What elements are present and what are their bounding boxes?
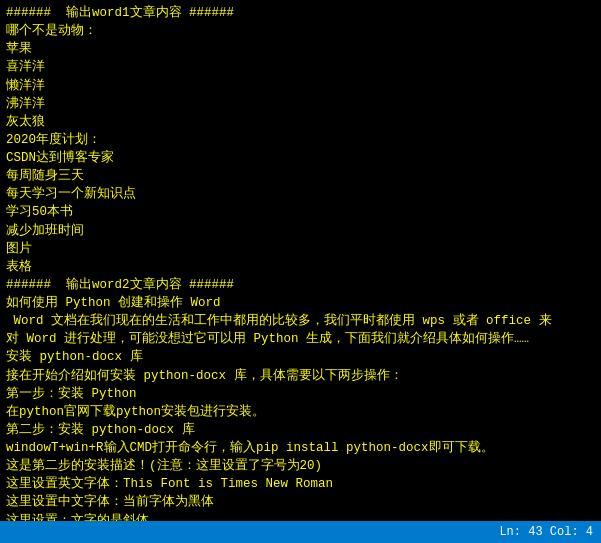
terminal-line: 表格 xyxy=(6,258,595,276)
terminal-line: 灰太狼 xyxy=(6,113,595,131)
terminal-line: ###### 输出word1文章内容 ###### xyxy=(6,4,595,22)
terminal-line: Word 文档在我们现在的生活和工作中都用的比较多，我们平时都使用 wps 或者… xyxy=(6,312,595,330)
terminal-line: ###### 输出word2文章内容 ###### xyxy=(6,276,595,294)
cursor-position: Ln: 43 Col: 4 xyxy=(499,525,593,539)
terminal-line: 懒洋洋 xyxy=(6,77,595,95)
terminal-line: 这里设置：文字的是斜体 xyxy=(6,512,595,522)
terminal-line: 对 Word 进行处理，可能没想过它可以用 Python 生成，下面我们就介绍具… xyxy=(6,330,595,348)
terminal-line: 喜洋洋 xyxy=(6,58,595,76)
terminal-line: 学习50本书 xyxy=(6,203,595,221)
terminal-line: windowT+win+R输入CMD打开命令行，输入pip install py… xyxy=(6,439,595,457)
terminal-line: 每周随身三天 xyxy=(6,167,595,185)
terminal-line: 每天学习一个新知识点 xyxy=(6,185,595,203)
terminal-line: 减少加班时间 xyxy=(6,222,595,240)
terminal-line: 哪个不是动物： xyxy=(6,22,595,40)
terminal-line: 2020年度计划： xyxy=(6,131,595,149)
terminal-line: 图片 xyxy=(6,240,595,258)
terminal-line: 如何使用 Python 创建和操作 Word xyxy=(6,294,595,312)
terminal-line: 第一步：安装 Python xyxy=(6,385,595,403)
terminal-line: 安装 python-docx 库 xyxy=(6,348,595,366)
terminal-line: 沸洋洋 xyxy=(6,95,595,113)
terminal-line: 第二步：安装 python-docx 库 xyxy=(6,421,595,439)
terminal-line: 这里设置英文字体：This Font is Times New Roman xyxy=(6,475,595,493)
terminal-line: 在python官网下载python安装包进行安装。 xyxy=(6,403,595,421)
terminal-line: 苹果 xyxy=(6,40,595,58)
terminal-output: ###### 输出word1文章内容 ######哪个不是动物：苹果喜洋洋懒洋洋… xyxy=(0,0,601,521)
terminal-line: 接在开始介绍如何安装 python-docx 库，具体需要以下两步操作： xyxy=(6,367,595,385)
status-bar: Ln: 43 Col: 4 xyxy=(0,521,601,543)
terminal-line: 这里设置中文字体：当前字体为黑体 xyxy=(6,493,595,511)
terminal-line: 这是第二步的安装描述！(注意：这里设置了字号为20) xyxy=(6,457,595,475)
terminal-line: CSDN达到博客专家 xyxy=(6,149,595,167)
